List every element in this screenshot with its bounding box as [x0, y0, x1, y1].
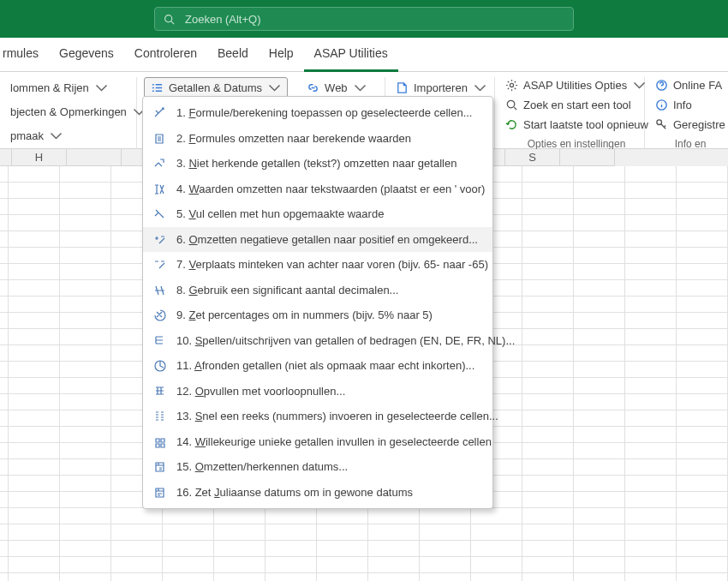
- cell[interactable]: [0, 248, 9, 264]
- cell[interactable]: [625, 410, 677, 427]
- cell[interactable]: [677, 573, 728, 581]
- cell[interactable]: [522, 476, 574, 492]
- cell[interactable]: [9, 329, 60, 345]
- cell[interactable]: [60, 248, 111, 264]
- cell[interactable]: [522, 313, 574, 329]
- tab-beeld[interactable]: Beeld: [207, 38, 259, 72]
- cell[interactable]: [368, 557, 420, 573]
- cell[interactable]: [9, 573, 60, 581]
- cell[interactable]: [677, 264, 728, 280]
- cell[interactable]: [9, 492, 60, 508]
- cell[interactable]: [0, 264, 9, 280]
- cell[interactable]: [9, 248, 60, 264]
- cell[interactable]: [214, 557, 266, 573]
- cell[interactable]: [0, 313, 9, 329]
- menu-item-7[interactable]: 7. Verplaats minteken van achter naar vo…: [143, 252, 492, 278]
- cell[interactable]: [368, 573, 420, 581]
- cell[interactable]: [420, 541, 471, 557]
- tab-help[interactable]: Help: [259, 38, 304, 72]
- cell[interactable]: [163, 573, 214, 581]
- cell[interactable]: [574, 199, 625, 215]
- cell[interactable]: [163, 557, 214, 573]
- cell[interactable]: [0, 280, 9, 296]
- cell[interactable]: [60, 199, 111, 215]
- cell[interactable]: [60, 378, 111, 394]
- search-box[interactable]: Zoeken (Alt+Q): [154, 7, 574, 31]
- cell[interactable]: [574, 508, 625, 524]
- cell[interactable]: [9, 231, 60, 248]
- cell[interactable]: [522, 573, 574, 581]
- cell[interactable]: [522, 427, 574, 443]
- cell[interactable]: [574, 378, 625, 394]
- cell[interactable]: [625, 215, 677, 231]
- cell[interactable]: [214, 508, 266, 524]
- btn-zoek-tool[interactable]: Zoek en start een tool: [502, 97, 637, 113]
- btn-web[interactable]: Web: [303, 77, 370, 98]
- cell[interactable]: [574, 248, 625, 264]
- cell[interactable]: [677, 394, 728, 410]
- cell[interactable]: [625, 183, 677, 199]
- cell[interactable]: [625, 524, 677, 541]
- cell[interactable]: [677, 215, 728, 231]
- btn-objecten-opmerkingen[interactable]: bjecten & Opmerkingen: [7, 101, 129, 122]
- menu-item-2[interactable]: 2. Formules omzetten naar berekende waar…: [143, 126, 492, 152]
- cell[interactable]: [9, 541, 60, 557]
- cell[interactable]: [60, 231, 111, 248]
- cell[interactable]: [522, 166, 574, 183]
- cell[interactable]: [625, 557, 677, 573]
- cell[interactable]: [60, 280, 111, 296]
- cell[interactable]: [111, 573, 163, 581]
- cell[interactable]: [0, 508, 9, 524]
- cell[interactable]: [0, 476, 9, 492]
- cell[interactable]: [574, 557, 625, 573]
- column-header[interactable]: [67, 149, 122, 166]
- cell[interactable]: [0, 215, 9, 231]
- cell[interactable]: [317, 508, 368, 524]
- cell[interactable]: [368, 541, 420, 557]
- cell[interactable]: [522, 362, 574, 378]
- cell[interactable]: [625, 508, 677, 524]
- btn-geregistreerd[interactable]: Geregistre: [652, 117, 715, 133]
- cell[interactable]: [266, 557, 317, 573]
- cell[interactable]: [163, 541, 214, 557]
- cell[interactable]: [0, 427, 9, 443]
- cell[interactable]: [625, 573, 677, 581]
- cell[interactable]: [0, 183, 9, 199]
- cell[interactable]: [111, 524, 163, 541]
- cell[interactable]: [625, 313, 677, 329]
- menu-item-16[interactable]: 16. Zet Juliaanse datums om in gewone da…: [143, 480, 492, 506]
- cell[interactable]: [111, 557, 163, 573]
- cell[interactable]: [0, 199, 9, 215]
- cell[interactable]: [625, 362, 677, 378]
- cell[interactable]: [9, 215, 60, 231]
- cell[interactable]: [522, 215, 574, 231]
- cell[interactable]: [266, 508, 317, 524]
- cell[interactable]: [574, 459, 625, 476]
- cell[interactable]: [574, 573, 625, 581]
- cell[interactable]: [574, 231, 625, 248]
- cell[interactable]: [625, 329, 677, 345]
- cell[interactable]: [522, 183, 574, 199]
- cell[interactable]: [625, 541, 677, 557]
- cell[interactable]: [522, 524, 574, 541]
- cell[interactable]: [317, 573, 368, 581]
- cell[interactable]: [9, 264, 60, 280]
- column-header[interactable]: [560, 149, 615, 166]
- cell[interactable]: [522, 443, 574, 459]
- cell[interactable]: [574, 492, 625, 508]
- cell[interactable]: [677, 541, 728, 557]
- cell[interactable]: [0, 231, 9, 248]
- cell[interactable]: [60, 264, 111, 280]
- cell[interactable]: [163, 524, 214, 541]
- cell[interactable]: [9, 313, 60, 329]
- cell[interactable]: [677, 183, 728, 199]
- cell[interactable]: [420, 573, 471, 581]
- cell[interactable]: [625, 199, 677, 215]
- cell[interactable]: [522, 508, 574, 524]
- cell[interactable]: [0, 296, 9, 313]
- column-header[interactable]: H: [12, 149, 67, 166]
- cell[interactable]: [0, 345, 9, 362]
- cell[interactable]: [60, 410, 111, 427]
- cell[interactable]: [574, 280, 625, 296]
- cell[interactable]: [677, 427, 728, 443]
